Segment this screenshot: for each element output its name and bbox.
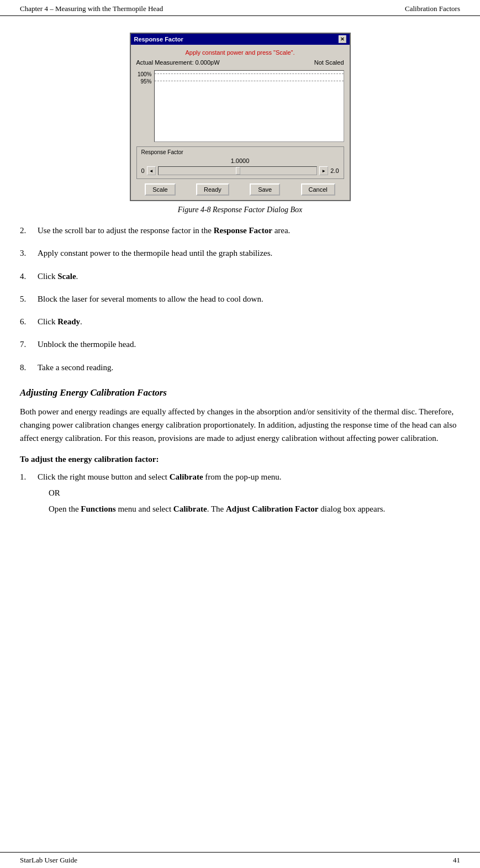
step-2-content: Use the scroll bar to adjust the respons… bbox=[38, 224, 460, 237]
graph-line-95 bbox=[155, 81, 344, 81]
sub-heading: To adjust the energy calibration factor: bbox=[20, 455, 460, 464]
graph-labels: 100% 95% bbox=[136, 70, 154, 142]
dialog-close-button[interactable]: ✕ bbox=[339, 35, 346, 43]
graph-line-100 bbox=[155, 73, 344, 74]
step-6: 6. Click Ready. bbox=[20, 315, 460, 328]
step-4-bold: Scale bbox=[57, 272, 76, 281]
header-left: Chapter 4 – Measuring with the Thermopil… bbox=[20, 4, 163, 13]
dialog-body: Apply constant power and press "Scale". … bbox=[131, 45, 350, 200]
energy-step-1-or: OR bbox=[49, 487, 460, 499]
energy-step-1-number: 1. bbox=[20, 471, 38, 516]
ready-button[interactable]: Ready bbox=[196, 183, 229, 196]
response-factor-group: Response Factor 1.0000 0 ◄ ► 2.0 bbox=[136, 146, 344, 179]
section-body: Both power and energy readings are equal… bbox=[20, 405, 460, 445]
scaled-label: Not Scaled bbox=[314, 59, 344, 66]
dialog-instruction: Apply constant power and press "Scale". bbox=[136, 49, 344, 56]
figure-caption: Figure 4-8 Response Factor Dialog Box bbox=[20, 206, 460, 214]
slider-row: 0 ◄ ► 2.0 bbox=[141, 166, 339, 175]
energy-step-1-content: Click the right mouse button and select … bbox=[38, 471, 460, 516]
response-factor-value: 1.0000 bbox=[141, 157, 339, 164]
step-7-content: Unblock the thermopile head. bbox=[38, 338, 460, 351]
step-2-bold: Response Factor bbox=[214, 226, 272, 235]
slider-thumb[interactable] bbox=[236, 167, 240, 175]
dialog-titlebar: Response Factor ✕ bbox=[131, 34, 350, 45]
step-3-content: Apply constant power to the thermopile h… bbox=[38, 247, 460, 260]
footer-right: 41 bbox=[453, 856, 460, 865]
step-8-number: 8. bbox=[20, 361, 38, 374]
scale-button[interactable]: Scale bbox=[145, 183, 176, 196]
step-4-number: 4. bbox=[20, 270, 38, 283]
energy-step-1: 1. Click the right mouse button and sele… bbox=[20, 471, 460, 516]
energy-step-1-alt: Open the Functions menu and select Calib… bbox=[49, 503, 460, 515]
cancel-button[interactable]: Cancel bbox=[301, 183, 335, 196]
dialog-container: Response Factor ✕ Apply constant power a… bbox=[20, 33, 460, 201]
step-8: 8. Take a second reading. bbox=[20, 361, 460, 374]
graph-label-100: 100% bbox=[136, 71, 152, 77]
step-6-bold: Ready bbox=[57, 317, 80, 326]
slider-track[interactable] bbox=[158, 166, 318, 175]
dialog-measurement-row: Actual Measurement: 0.000pW Not Scaled bbox=[136, 59, 344, 66]
page-header: Chapter 4 – Measuring with the Thermopil… bbox=[0, 0, 480, 16]
header-right: Calibration Factors bbox=[405, 4, 460, 13]
save-button[interactable]: Save bbox=[250, 183, 280, 196]
step-6-content: Click Ready. bbox=[38, 315, 460, 328]
step-2: 2. Use the scroll bar to adjust the resp… bbox=[20, 224, 460, 237]
actual-measurement-label: Actual Measurement: 0.000pW bbox=[136, 59, 220, 66]
step-4-content: Click Scale. bbox=[38, 270, 460, 283]
step-2-number: 2. bbox=[20, 224, 38, 237]
graph-canvas bbox=[154, 70, 344, 142]
step-7: 7. Unblock the thermopile head. bbox=[20, 338, 460, 351]
functions-bold: Functions bbox=[81, 504, 115, 513]
slider-left-button[interactable]: ◄ bbox=[147, 166, 156, 175]
step-4: 4. Click Scale. bbox=[20, 270, 460, 283]
step-5: 5. Block the laser for several moments t… bbox=[20, 293, 460, 306]
slider-right-button[interactable]: ► bbox=[319, 166, 328, 175]
step-3-number: 3. bbox=[20, 247, 38, 260]
calibrate-bold-1: Calibrate bbox=[170, 472, 203, 481]
response-factor-legend: Response Factor bbox=[141, 149, 339, 155]
footer-left: StarLab User Guide bbox=[20, 856, 77, 865]
step-3: 3. Apply constant power to the thermopil… bbox=[20, 247, 460, 260]
slider-min-label: 0 bbox=[141, 167, 145, 174]
dialog-buttons: Scale Ready Save Cancel bbox=[136, 183, 344, 196]
slider-max-label: 2.0 bbox=[330, 167, 339, 174]
calibrate-bold-2: Calibrate bbox=[173, 504, 207, 513]
step-6-number: 6. bbox=[20, 315, 38, 328]
section-heading: Adjusting Energy Calibration Factors bbox=[20, 387, 460, 398]
page-footer: StarLab User Guide 41 bbox=[0, 852, 480, 868]
step-7-number: 7. bbox=[20, 338, 38, 351]
dialog-title: Response Factor bbox=[134, 36, 183, 43]
dialog-box: Response Factor ✕ Apply constant power a… bbox=[130, 33, 351, 201]
step-5-content: Block the laser for several moments to a… bbox=[38, 293, 460, 306]
adjust-calibration-bold: Adjust Calibration Factor bbox=[226, 504, 319, 513]
graph-area: 100% 95% bbox=[136, 70, 344, 142]
main-content: Response Factor ✕ Apply constant power a… bbox=[0, 16, 480, 559]
graph-label-95: 95% bbox=[136, 78, 152, 85]
step-5-number: 5. bbox=[20, 293, 38, 306]
step-8-content: Take a second reading. bbox=[38, 361, 460, 374]
